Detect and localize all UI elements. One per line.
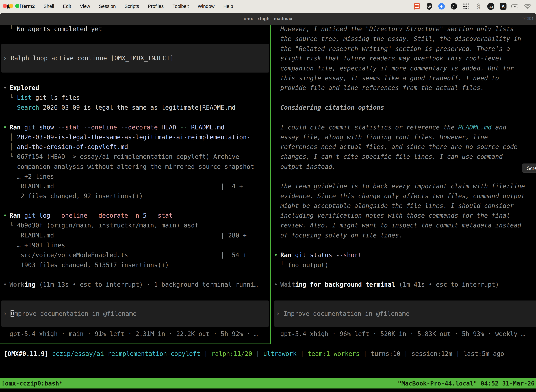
menu-item-help[interactable]: Help [219, 4, 238, 9]
wifi-icon[interactable] [524, 2, 532, 10]
prompt-input-right[interactable]: › Improve documentation in @filename [274, 300, 536, 327]
svg-text:A: A [502, 4, 505, 9]
zoom-button[interactable] [15, 4, 19, 8]
close-button[interactable] [3, 4, 7, 8]
blue-bolt-icon[interactable] [438, 2, 446, 10]
menu-item-edit[interactable]: Edit [58, 4, 76, 9]
screen: iTerm2ShellEditViewSessionScriptsProfile… [0, 0, 536, 392]
letter-a-icon[interactable]: A [499, 2, 507, 10]
menu-item-toolbelt[interactable]: Toolbelt [168, 4, 193, 9]
menu-status-icons: § ..61 A [413, 2, 536, 10]
tmux-status-bar: [omx-cczip0:bash* "MacBook-Pro-44.local"… [0, 378, 536, 388]
dots-grid-icon[interactable] [462, 2, 470, 10]
omx-status-bar: [OMX#0.11.9] cczip/essay/ai-reimplementa… [4, 349, 504, 359]
terminal-background [0, 25, 536, 392]
crescent-circle-icon[interactable] [450, 2, 458, 10]
shield-grid-icon[interactable] [425, 2, 433, 10]
minimize-button[interactable] [9, 4, 13, 8]
screen-overlay-tooltip: Scre [522, 163, 536, 173]
macos-menu-bar: iTerm2ShellEditViewSessionScriptsProfile… [0, 0, 536, 13]
pane-divider-vertical[interactable] [270, 25, 271, 344]
menu-left: iTerm2ShellEditViewSessionScriptsProfile… [0, 4, 237, 9]
chat-bubble-icon[interactable] [413, 2, 421, 10]
badge-61-text: ..61 [488, 5, 493, 9]
menu-items: iTerm2ShellEditViewSessionScriptsProfile… [15, 4, 237, 9]
tmux-host-clock-label: "MacBook-Pro-44.local" 04:52 31-Mar-26 [398, 380, 535, 387]
menu-item-window[interactable]: Window [193, 4, 219, 9]
menu-item-scripts[interactable]: Scripts [120, 4, 144, 9]
prompt-input-left[interactable]: › Improve documentation in @filename [1, 300, 269, 327]
right-pane-bottom-border [271, 344, 536, 344]
menu-item-view[interactable]: View [76, 4, 94, 9]
menu-item-profiles[interactable]: Profiles [144, 4, 168, 9]
tmux-session-label: [omx-cczip0:bash* [1, 380, 62, 387]
menu-item-session[interactable]: Session [94, 4, 120, 9]
left-pane-bottom-border [0, 344, 270, 344]
window-shortcut-label: ⌥⌘1 [522, 13, 534, 25]
section-squiggle-icon[interactable]: § [474, 2, 483, 10]
battery-icon[interactable] [511, 2, 519, 10]
window-title: omx --xhigh --madmax [0, 13, 536, 25]
circle-61-badge-icon[interactable]: ..61 [487, 2, 495, 10]
ralph-loop-banner: › Ralph loop active continue [OMX_TMUX_I… [1, 44, 269, 73]
menu-item-shell[interactable]: Shell [39, 4, 58, 9]
